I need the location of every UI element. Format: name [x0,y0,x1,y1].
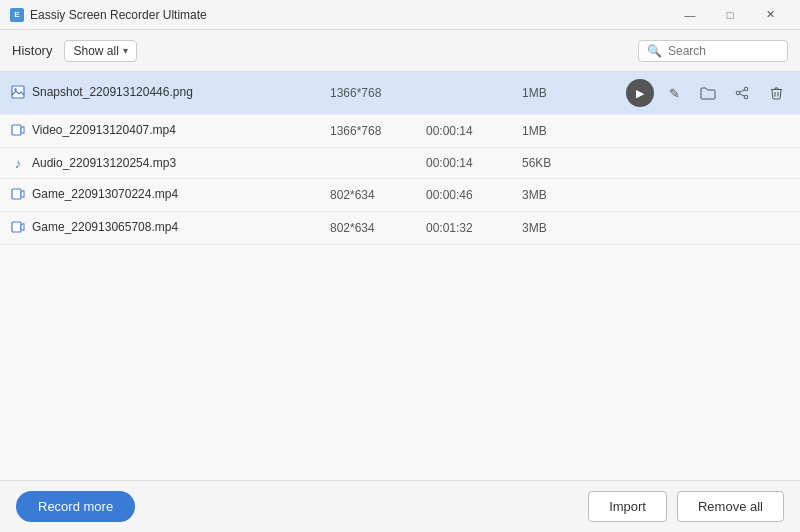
size-cell: 1MB [512,72,576,115]
svg-point-1 [14,88,16,90]
filter-dropdown[interactable]: Show all ▾ [64,40,136,62]
svg-line-6 [740,94,745,96]
duration-cell: 00:00:46 [416,179,512,212]
table-row[interactable]: Game_220913070224.mp4802*63400:00:463MB [0,179,800,212]
svg-point-2 [744,87,748,91]
file-type-icon [10,84,26,100]
actions-cell [576,148,800,179]
footer: Record more Import Remove all [0,480,800,532]
file-name-cell: Video_220913120407.mp4 [0,115,320,148]
file-name: Game_220913065708.mp4 [32,220,178,234]
svg-rect-9 [12,125,21,135]
chevron-down-icon: ▾ [123,45,128,56]
edit-button[interactable]: ✎ [660,79,688,107]
delete-button[interactable] [762,79,790,107]
size-cell: 3MB [512,179,576,212]
svg-rect-0 [12,86,24,98]
file-name: Snapshot_220913120446.png [32,85,193,99]
share-button[interactable] [728,79,756,107]
svg-line-5 [740,90,745,92]
remove-all-button[interactable]: Remove all [677,491,784,522]
table-row[interactable]: Snapshot_220913120446.png1366*7681MB ▶ ✎ [0,72,800,115]
file-type-icon [10,219,26,235]
import-button[interactable]: Import [588,491,667,522]
actions-cell [576,212,800,245]
duration-cell: 00:00:14 [416,115,512,148]
play-button[interactable]: ▶ [626,79,654,107]
resolution-cell: 1366*768 [320,115,416,148]
maximize-button[interactable]: □ [710,0,750,30]
history-table: Snapshot_220913120446.png1366*7681MB ▶ ✎ [0,72,800,245]
resolution-cell [320,148,416,179]
file-name-cell: Game_220913065708.mp4 [0,212,320,245]
folder-button[interactable] [694,79,722,107]
duration-cell [416,72,512,115]
table-row[interactable]: ♪Audio_220913120254.mp300:00:1456KB [0,148,800,179]
search-box: 🔍 [638,40,788,62]
table-row[interactable]: Game_220913065708.mp4802*63400:01:323MB [0,212,800,245]
file-name-cell: ♪Audio_220913120254.mp3 [0,148,320,179]
file-type-icon [10,122,26,138]
svg-point-4 [744,95,748,99]
minimize-button[interactable]: — [670,0,710,30]
size-cell: 1MB [512,115,576,148]
svg-point-3 [736,91,740,95]
app-icon: E [10,8,24,22]
resolution-cell: 802*634 [320,179,416,212]
duration-cell: 00:00:14 [416,148,512,179]
actions-cell: ▶ ✎ [576,72,800,115]
resolution-cell: 1366*768 [320,72,416,115]
file-name-cell: Snapshot_220913120446.png [0,72,320,115]
record-more-button[interactable]: Record more [16,491,135,522]
title-bar: E Eassiy Screen Recorder Ultimate — □ ✕ [0,0,800,30]
window-controls: — □ ✕ [670,0,790,30]
size-cell: 56KB [512,148,576,179]
table-row[interactable]: Video_220913120407.mp41366*76800:00:141M… [0,115,800,148]
file-name-cell: Game_220913070224.mp4 [0,179,320,212]
resolution-cell: 802*634 [320,212,416,245]
svg-rect-10 [12,189,21,199]
close-button[interactable]: ✕ [750,0,790,30]
filter-value: Show all [73,44,118,58]
app-title: Eassiy Screen Recorder Ultimate [30,8,670,22]
search-input[interactable] [668,44,779,58]
file-name: Game_220913070224.mp4 [32,187,178,201]
svg-rect-11 [12,222,21,232]
actions-cell [576,115,800,148]
file-type-icon [10,186,26,202]
actions-cell [576,179,800,212]
duration-cell: 00:01:32 [416,212,512,245]
file-list: Snapshot_220913120446.png1366*7681MB ▶ ✎ [0,72,800,480]
search-icon: 🔍 [647,44,662,58]
toolbar: History Show all ▾ 🔍 [0,30,800,72]
size-cell: 3MB [512,212,576,245]
history-label: History [12,43,52,58]
file-name: Video_220913120407.mp4 [32,123,176,137]
file-name: Audio_220913120254.mp3 [32,156,176,170]
file-type-icon: ♪ [10,155,26,171]
